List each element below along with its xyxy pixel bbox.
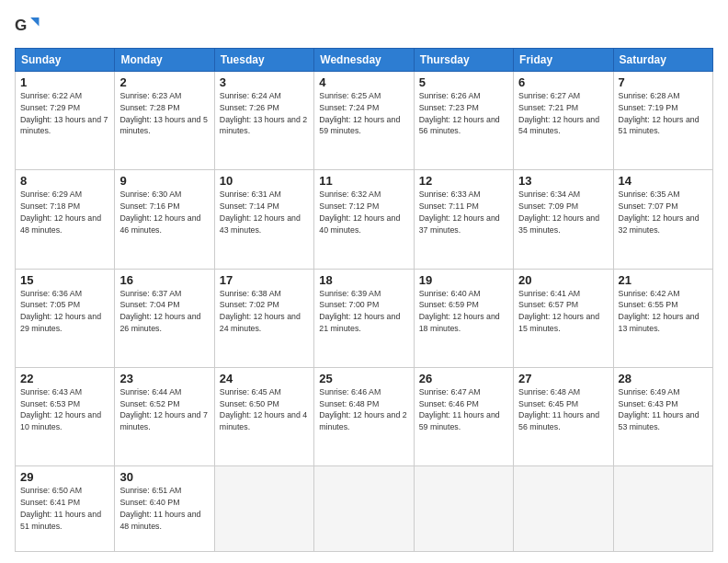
day-number: 27 [518, 372, 608, 385]
day-number: 9 [119, 174, 209, 188]
calendar-table: SundayMondayTuesdayWednesdayThursdayFrid… [15, 48, 713, 552]
calendar-cell: 16Sunrise: 6:37 AMSunset: 7:04 PMDayligh… [115, 269, 214, 367]
day-number: 18 [319, 273, 408, 287]
day-number: 22 [20, 372, 109, 385]
day-info: Sunrise: 6:48 AMSunset: 6:45 PMDaylight:… [518, 386, 608, 433]
day-info: Sunrise: 6:51 AMSunset: 6:40 PMDaylight:… [119, 485, 209, 532]
weekday-header-saturday: Saturday [613, 49, 712, 72]
calendar-cell: 27Sunrise: 6:48 AMSunset: 6:45 PMDayligh… [514, 367, 613, 465]
day-info: Sunrise: 6:45 AMSunset: 6:50 PMDaylight:… [220, 386, 309, 433]
day-info: Sunrise: 6:36 AMSunset: 7:05 PMDaylight:… [20, 288, 109, 335]
day-info: Sunrise: 6:40 AMSunset: 6:59 PMDaylight:… [419, 288, 508, 335]
weekday-header-monday: Monday [115, 49, 214, 72]
calendar-cell: 19Sunrise: 6:40 AMSunset: 6:59 PMDayligh… [414, 269, 513, 367]
day-number: 30 [119, 470, 209, 484]
calendar-cell: 5Sunrise: 6:26 AMSunset: 7:23 PMDaylight… [414, 72, 513, 170]
day-number: 12 [419, 174, 508, 188]
calendar-cell: 10Sunrise: 6:31 AMSunset: 7:14 PMDayligh… [214, 170, 313, 269]
calendar-cell: 26Sunrise: 6:47 AMSunset: 6:46 PMDayligh… [414, 367, 513, 465]
day-number: 20 [518, 273, 608, 287]
day-info: Sunrise: 6:39 AMSunset: 7:00 PMDaylight:… [319, 288, 408, 335]
day-info: Sunrise: 6:46 AMSunset: 6:48 PMDaylight:… [319, 386, 408, 433]
calendar-cell [414, 466, 513, 552]
weekday-header-row: SundayMondayTuesdayWednesdayThursdayFrid… [16, 49, 713, 72]
calendar-cell: 8Sunrise: 6:29 AMSunset: 7:18 PMDaylight… [16, 170, 115, 269]
calendar-body: 1Sunrise: 6:22 AMSunset: 7:29 PMDaylight… [16, 72, 713, 552]
day-info: Sunrise: 6:32 AMSunset: 7:12 PMDaylight:… [319, 189, 408, 236]
svg-text:G: G [15, 17, 27, 34]
day-number: 3 [220, 75, 309, 89]
calendar-cell: 4Sunrise: 6:25 AMSunset: 7:24 PMDaylight… [314, 72, 414, 170]
calendar-cell [514, 466, 613, 552]
day-number: 13 [518, 174, 608, 188]
day-info: Sunrise: 6:44 AMSunset: 6:52 PMDaylight:… [119, 386, 209, 433]
week-row-5: 29Sunrise: 6:50 AMSunset: 6:41 PMDayligh… [16, 466, 713, 552]
weekday-header-tuesday: Tuesday [214, 49, 313, 72]
day-number: 19 [419, 273, 508, 287]
svg-marker-1 [30, 17, 39, 26]
day-number: 5 [419, 75, 508, 89]
day-info: Sunrise: 6:42 AMSunset: 6:55 PMDaylight:… [619, 288, 708, 335]
day-number: 16 [119, 273, 209, 287]
day-info: Sunrise: 6:31 AMSunset: 7:14 PMDaylight:… [220, 189, 309, 236]
calendar-cell: 1Sunrise: 6:22 AMSunset: 7:29 PMDaylight… [16, 72, 115, 170]
calendar-cell: 22Sunrise: 6:43 AMSunset: 6:53 PMDayligh… [16, 367, 115, 465]
calendar-cell [314, 466, 414, 552]
day-info: Sunrise: 6:43 AMSunset: 6:53 PMDaylight:… [20, 386, 109, 433]
calendar-cell: 24Sunrise: 6:45 AMSunset: 6:50 PMDayligh… [214, 367, 313, 465]
day-info: Sunrise: 6:22 AMSunset: 7:29 PMDaylight:… [20, 90, 109, 137]
day-info: Sunrise: 6:26 AMSunset: 7:23 PMDaylight:… [419, 90, 508, 137]
day-number: 23 [119, 372, 209, 385]
day-number: 14 [619, 174, 708, 188]
day-number: 24 [220, 372, 309, 385]
logo-icon: G [15, 15, 40, 40]
day-info: Sunrise: 6:27 AMSunset: 7:21 PMDaylight:… [518, 90, 608, 137]
day-info: Sunrise: 6:25 AMSunset: 7:24 PMDaylight:… [319, 90, 408, 137]
day-number: 26 [419, 372, 508, 385]
day-number: 21 [619, 273, 708, 287]
calendar-cell: 15Sunrise: 6:36 AMSunset: 7:05 PMDayligh… [16, 269, 115, 367]
calendar-cell [613, 466, 712, 552]
day-info: Sunrise: 6:33 AMSunset: 7:11 PMDaylight:… [419, 189, 508, 236]
weekday-header-sunday: Sunday [16, 49, 115, 72]
day-info: Sunrise: 6:35 AMSunset: 7:07 PMDaylight:… [619, 189, 708, 236]
day-info: Sunrise: 6:37 AMSunset: 7:04 PMDaylight:… [119, 288, 209, 335]
day-info: Sunrise: 6:49 AMSunset: 6:43 PMDaylight:… [619, 386, 708, 433]
week-row-4: 22Sunrise: 6:43 AMSunset: 6:53 PMDayligh… [16, 367, 713, 465]
calendar-cell: 23Sunrise: 6:44 AMSunset: 6:52 PMDayligh… [115, 367, 214, 465]
day-info: Sunrise: 6:24 AMSunset: 7:26 PMDaylight:… [220, 90, 309, 137]
calendar-cell [214, 466, 313, 552]
day-info: Sunrise: 6:38 AMSunset: 7:02 PMDaylight:… [220, 288, 309, 335]
day-info: Sunrise: 6:41 AMSunset: 6:57 PMDaylight:… [518, 288, 608, 335]
logo: G [15, 15, 44, 40]
calendar-cell: 2Sunrise: 6:23 AMSunset: 7:28 PMDaylight… [115, 72, 214, 170]
calendar-cell: 9Sunrise: 6:30 AMSunset: 7:16 PMDaylight… [115, 170, 214, 269]
day-number: 6 [518, 75, 608, 89]
header: G [15, 11, 713, 40]
week-row-2: 8Sunrise: 6:29 AMSunset: 7:18 PMDaylight… [16, 170, 713, 269]
day-info: Sunrise: 6:28 AMSunset: 7:19 PMDaylight:… [619, 90, 708, 137]
calendar-cell: 11Sunrise: 6:32 AMSunset: 7:12 PMDayligh… [314, 170, 414, 269]
calendar-cell: 20Sunrise: 6:41 AMSunset: 6:57 PMDayligh… [514, 269, 613, 367]
day-info: Sunrise: 6:47 AMSunset: 6:46 PMDaylight:… [419, 386, 508, 433]
day-info: Sunrise: 6:50 AMSunset: 6:41 PMDaylight:… [20, 485, 109, 532]
calendar-cell: 12Sunrise: 6:33 AMSunset: 7:11 PMDayligh… [414, 170, 513, 269]
day-info: Sunrise: 6:29 AMSunset: 7:18 PMDaylight:… [20, 189, 109, 236]
weekday-header-friday: Friday [514, 49, 613, 72]
day-number: 28 [619, 372, 708, 385]
calendar-cell: 25Sunrise: 6:46 AMSunset: 6:48 PMDayligh… [314, 367, 414, 465]
weekday-header-wednesday: Wednesday [314, 49, 414, 72]
day-number: 29 [20, 470, 109, 484]
day-number: 25 [319, 372, 408, 385]
day-number: 11 [319, 174, 408, 188]
day-number: 8 [20, 174, 109, 188]
day-number: 10 [220, 174, 309, 188]
page: G SundayMondayTuesdayWednesdayThursdayFr… [0, 0, 728, 563]
calendar-cell: 6Sunrise: 6:27 AMSunset: 7:21 PMDaylight… [514, 72, 613, 170]
week-row-3: 15Sunrise: 6:36 AMSunset: 7:05 PMDayligh… [16, 269, 713, 367]
day-info: Sunrise: 6:34 AMSunset: 7:09 PMDaylight:… [518, 189, 608, 236]
calendar-cell: 7Sunrise: 6:28 AMSunset: 7:19 PMDaylight… [613, 72, 712, 170]
calendar-cell: 28Sunrise: 6:49 AMSunset: 6:43 PMDayligh… [613, 367, 712, 465]
day-number: 15 [20, 273, 109, 287]
day-number: 17 [220, 273, 309, 287]
